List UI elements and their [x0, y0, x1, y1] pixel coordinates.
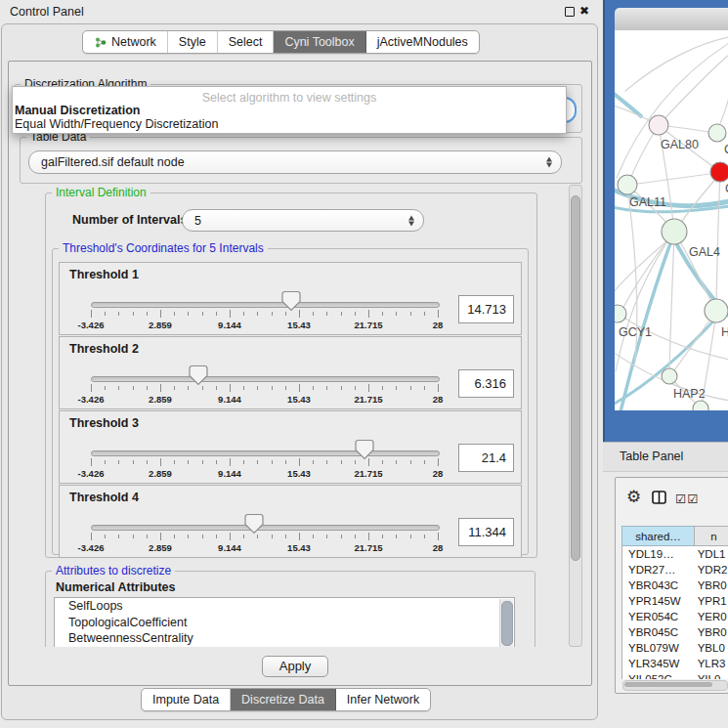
tick-mark: [341, 535, 342, 538]
network-edge: [615, 93, 641, 116]
tick-mark: [313, 460, 314, 464]
tick-mark: [202, 535, 203, 538]
tab-label: Network: [111, 35, 156, 49]
network-node-gal11[interactable]: [618, 175, 637, 194]
network-window-titlebar[interactable]: [615, 8, 728, 31]
tick-label: 15.43: [287, 468, 311, 479]
tab-cyni-toolbox[interactable]: Cyni Toolbox: [274, 31, 365, 53]
attribute-list-item[interactable]: BetweennessCentrality: [55, 630, 514, 647]
network-node[interactable]: [693, 401, 708, 410]
threshold-value-field[interactable]: 21.4: [458, 444, 514, 472]
tick-mark: [160, 458, 161, 466]
network-view-canvas[interactable]: GAL80GCGAL11GAL4GCY1HHAP2: [615, 30, 728, 410]
tab-network[interactable]: Network: [83, 31, 168, 53]
tick-mark: [285, 460, 286, 464]
threshold-value-field[interactable]: 14.713: [458, 295, 514, 323]
slider-track[interactable]: [91, 376, 440, 382]
float-icon[interactable]: [565, 7, 575, 17]
threshold-value-field[interactable]: 11.344: [458, 518, 514, 546]
table-row[interactable]: YIL052CYIL0: [622, 671, 728, 679]
tab-style[interactable]: Style: [168, 31, 218, 53]
tick-mark: [257, 535, 258, 538]
tick-label: -3.426: [78, 468, 105, 479]
table-scrollbar-thumb[interactable]: [624, 682, 712, 687]
table-row[interactable]: YER054CYER0: [622, 609, 728, 624]
tab-label: Select: [229, 35, 263, 49]
apply-button[interactable]: Apply: [262, 656, 328, 677]
tab-impute-data[interactable]: Impute Data: [142, 689, 231, 710]
tick-mark: [243, 460, 244, 464]
slider-thumb[interactable]: [189, 364, 208, 386]
table-row[interactable]: YDR27…YDR2: [622, 562, 728, 578]
tick-mark: [355, 460, 356, 464]
number-of-intervals-combobox[interactable]: 5: [182, 209, 424, 232]
network-node-label: HAP2: [673, 387, 706, 401]
tick-mark: [410, 460, 411, 464]
settings-scrollbar-thumb[interactable]: [571, 195, 580, 561]
tick-mark: [410, 386, 411, 390]
control-panel-tab-bar: NetworkStyleSelectCyni ToolboxjActiveMNo…: [82, 30, 480, 54]
attribute-list-item[interactable]: SelfLoops: [55, 598, 514, 615]
threshold-label: Threshold 4: [69, 491, 139, 504]
threshold-value-field[interactable]: 6.316: [458, 369, 514, 398]
table-row[interactable]: YLR345WYLR3: [622, 656, 728, 671]
column-header-n[interactable]: n: [694, 526, 728, 546]
network-node-c[interactable]: [710, 162, 728, 182]
table-cell: YBR043C: [622, 578, 692, 593]
table-cell: YLR3: [692, 656, 728, 671]
attributes-list-scrollbar-thumb[interactable]: [501, 601, 513, 646]
tick-label: 15.43: [287, 394, 311, 405]
network-node-label: G: [724, 143, 728, 156]
tick-mark: [118, 312, 119, 316]
dropdown-option-equal-width-frequency[interactable]: Equal Width/Frequency Discretization: [15, 117, 218, 131]
table-row[interactable]: YBR043CYBR0: [622, 578, 728, 593]
table-row[interactable]: YDL19…YDL1: [622, 546, 728, 562]
select-checkboxes-icon[interactable]: ☑☑: [675, 492, 699, 506]
cyni-bottom-tab-bar: Impute DataDiscretize DataInfer Network: [141, 688, 431, 711]
network-node-gal4[interactable]: [662, 219, 687, 244]
network-node-hap2[interactable]: [662, 368, 677, 384]
tab-select[interactable]: Select: [218, 31, 275, 53]
network-node-gcy1[interactable]: [615, 305, 626, 322]
settings-vertical-scrollbar[interactable]: [569, 185, 582, 647]
tick-mark: [147, 535, 148, 538]
table-row[interactable]: YBL079WYBL0: [622, 640, 728, 656]
tick-mark: [368, 384, 369, 392]
table-row[interactable]: YBR045CYBR0: [622, 624, 728, 640]
slider-track[interactable]: [91, 525, 440, 531]
number-of-intervals-value: 5: [194, 214, 201, 228]
slider-track[interactable]: [91, 450, 440, 456]
dropdown-option-manual-discretization[interactable]: Manual Discretization: [15, 104, 141, 117]
slider-thumb[interactable]: [244, 513, 264, 535]
attribute-list-item[interactable]: TopologicalCoefficient: [55, 615, 514, 631]
network-node-g[interactable]: [708, 124, 726, 142]
attributes-list-scrollbar[interactable]: [499, 599, 513, 647]
tick-label: 2.859: [149, 394, 172, 405]
tick-mark: [147, 386, 148, 390]
close-icon[interactable]: ✖: [579, 4, 589, 18]
numerical-attributes-list[interactable]: SelfLoopsTopologicalCoefficientBetweenne…: [54, 597, 515, 647]
tick-mark: [91, 310, 92, 318]
tick-mark: [105, 386, 106, 390]
table-panel: ⚙ ☑☑ shared…n YDL19…YDL1YDR27…YDR2YBR043…: [615, 477, 728, 694]
gear-icon[interactable]: ⚙: [626, 487, 641, 507]
tab-infer-network[interactable]: Infer Network: [336, 689, 430, 710]
columns-icon[interactable]: [652, 491, 666, 504]
tab-jactivemnodules[interactable]: jActiveMNodules: [366, 31, 479, 53]
slider-thumb[interactable]: [281, 290, 301, 312]
threshold-label: Threshold 3: [69, 416, 139, 430]
tick-mark: [326, 386, 327, 390]
slider-thumb[interactable]: [355, 439, 374, 460]
network-node-label: GAL4: [689, 245, 720, 259]
tab-discretize-data[interactable]: Discretize Data: [231, 689, 336, 710]
table-row[interactable]: YPR145WYPR1: [622, 593, 728, 609]
network-node-gal80[interactable]: [649, 115, 668, 135]
threshold-panel: Threshold 1-3.4262.8599.14415.4321.71528…: [59, 262, 522, 335]
slider-track[interactable]: [91, 302, 440, 308]
tick-label: 9.144: [218, 394, 241, 405]
table-cell: YPR145W: [622, 593, 692, 609]
table-horizontal-scrollbar[interactable]: [622, 680, 728, 691]
column-header-shared-[interactable]: shared…: [621, 526, 694, 546]
table-data-combobox[interactable]: galFiltered.sif default node: [28, 150, 562, 174]
network-node-h[interactable]: [705, 299, 728, 322]
